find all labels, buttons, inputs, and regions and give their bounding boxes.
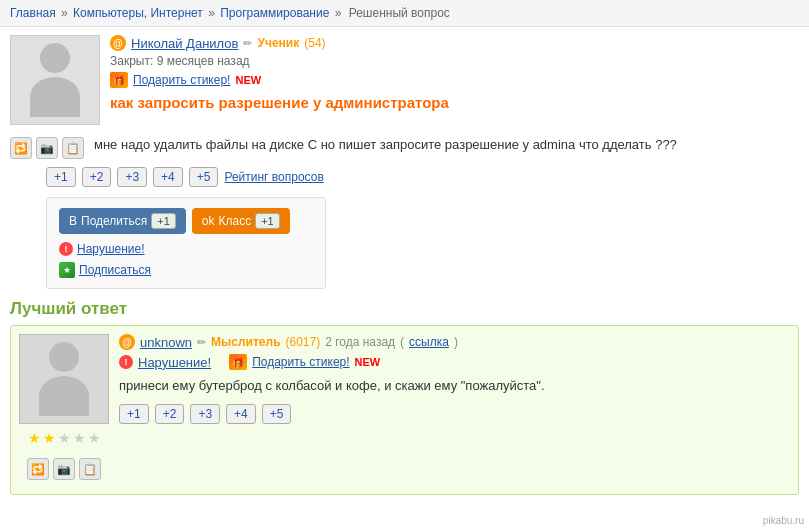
- breadcrumb-computers[interactable]: Компьютеры, Интернет: [73, 6, 203, 20]
- action-icon-1[interactable]: 🔁: [10, 137, 32, 159]
- question-score: (54): [304, 36, 325, 50]
- answer-rank: Мыслитель: [211, 335, 280, 349]
- avatar-head: [40, 43, 70, 73]
- action-icon-3[interactable]: 📋: [62, 137, 84, 159]
- star-5: ★: [88, 430, 101, 446]
- question-block: @ Николай Данилов ✏ Ученик (54) Закрыт: …: [10, 35, 799, 125]
- closed-line: Закрыт: 9 месяцев назад: [110, 54, 799, 68]
- answer-avatar-head: [49, 342, 79, 372]
- violation-icon: !: [59, 242, 73, 256]
- star-4: ★: [73, 430, 86, 446]
- share-button[interactable]: В Поделиться +1: [59, 208, 186, 234]
- breadcrumb-home[interactable]: Главная: [10, 6, 56, 20]
- edit-icon: ✏: [243, 37, 252, 50]
- answer-text: принеси ему бутерброд с колбасой и кофе,…: [119, 376, 790, 396]
- question-user-line: @ Николай Данилов ✏ Ученик (54): [110, 35, 799, 51]
- best-answer-heading: Лучший ответ: [10, 299, 799, 319]
- rating-btn-4[interactable]: +4: [153, 167, 183, 187]
- violation-link[interactable]: Нарушение!: [77, 242, 145, 256]
- new-badge: NEW: [235, 74, 261, 86]
- rating-btn-5[interactable]: +5: [189, 167, 219, 187]
- gift-icon: 🎁: [110, 72, 128, 88]
- question-text: мне надо удалить файлы на диске С но пиш…: [94, 135, 799, 159]
- star-2: ★: [43, 430, 56, 446]
- answer-gift-icon: 🎁: [229, 354, 247, 370]
- answer-rating-btn-1[interactable]: +1: [119, 404, 149, 424]
- answer-username[interactable]: unknown: [140, 335, 192, 350]
- question-text-block: 🔁 📷 📋 мне надо удалить файлы на диске С …: [10, 135, 799, 159]
- answer-rating-btn-5[interactable]: +5: [262, 404, 292, 424]
- answer-gift-link[interactable]: Подарить стикер!: [252, 355, 349, 369]
- answer-rating-line: +1 +2 +3 +4 +5: [119, 404, 790, 424]
- social-buttons: В Поделиться +1 ok Класс +1: [59, 208, 313, 234]
- answer-block: ★ ★ ★ ★ ★ 🔁 📷 📋 @ unknown ✏ Мыслитель (6…: [10, 325, 799, 495]
- answer-ref-link[interactable]: ссылка: [409, 335, 449, 349]
- answer-action-icons: 🔁 📷 📋: [27, 458, 101, 480]
- stars-line: ★ ★ ★ ★ ★: [28, 430, 101, 446]
- star-1: ★: [28, 430, 41, 446]
- question-title: как запросить разрешение у администратор…: [110, 94, 799, 111]
- rating-btn-2[interactable]: +2: [82, 167, 112, 187]
- avatar-body: [30, 77, 80, 117]
- breadcrumb-programming[interactable]: Программирование: [220, 6, 329, 20]
- vk-share-icon: В: [69, 214, 77, 228]
- answer-user-icon: @: [119, 334, 135, 350]
- answer-violation-icon: !: [119, 355, 133, 369]
- answer-rating-btn-4[interactable]: +4: [226, 404, 256, 424]
- social-block: В Поделиться +1 ok Класс +1 ! Нарушение!…: [46, 197, 326, 289]
- answer-violation-gift-line: ! Нарушение! 🎁 Подарить стикер! NEW: [119, 354, 790, 370]
- rating-btn-1[interactable]: +1: [46, 167, 76, 187]
- answer-new-badge: NEW: [355, 356, 381, 368]
- answer-rating-btn-2[interactable]: +2: [155, 404, 185, 424]
- answer-rating-btn-3[interactable]: +3: [190, 404, 220, 424]
- action-icon-2[interactable]: 📷: [36, 137, 58, 159]
- gift-line: 🎁 Подарить стикер! NEW: [110, 72, 799, 88]
- question-rank: Ученик: [257, 36, 299, 50]
- violation-line[interactable]: ! Нарушение!: [59, 242, 313, 256]
- question-avatar: [10, 35, 100, 125]
- answer-user-line: @ unknown ✏ Мыслитель (6017) 2 года наза…: [119, 334, 790, 350]
- answer-icon-1[interactable]: 🔁: [27, 458, 49, 480]
- question-rating-line: +1 +2 +3 +4 +5 Рейтинг вопросов: [10, 167, 799, 187]
- ok-icon: ok: [202, 214, 215, 228]
- rating-link[interactable]: Рейтинг вопросов: [224, 170, 323, 184]
- answer-icon-3[interactable]: 📋: [79, 458, 101, 480]
- breadcrumb-current: Решенный вопрос: [349, 6, 450, 20]
- answer-edit-icon: ✏: [197, 336, 206, 349]
- ok-button[interactable]: ok Класс +1: [192, 208, 290, 234]
- action-icons: 🔁 📷 📋: [10, 135, 84, 159]
- answer-content: @ unknown ✏ Мыслитель (6017) 2 года наза…: [119, 334, 790, 486]
- user-icon: @: [110, 35, 126, 51]
- answer-time: 2 года назад: [325, 335, 395, 349]
- answer-avatar-body: [39, 376, 89, 416]
- breadcrumb: Главная » Компьютеры, Интернет » Програм…: [0, 0, 809, 27]
- gift-link[interactable]: Подарить стикер!: [133, 73, 230, 87]
- subscribe-line: ★ Подписаться: [59, 262, 313, 278]
- answer-icon-2[interactable]: 📷: [53, 458, 75, 480]
- ok-count: +1: [255, 213, 280, 229]
- subscribe-link[interactable]: Подписаться: [79, 263, 151, 277]
- subscribe-icon: ★: [59, 262, 75, 278]
- star-3: ★: [58, 430, 71, 446]
- question-content: @ Николай Данилов ✏ Ученик (54) Закрыт: …: [110, 35, 799, 125]
- answer-violation-link[interactable]: Нарушение!: [138, 355, 211, 370]
- main-container: @ Николай Данилов ✏ Ученик (54) Закрыт: …: [0, 27, 809, 503]
- answer-avatar: [19, 334, 109, 424]
- rating-btn-3[interactable]: +3: [117, 167, 147, 187]
- question-username[interactable]: Николай Данилов: [131, 36, 238, 51]
- answer-score: (6017): [286, 335, 321, 349]
- share-count: +1: [151, 213, 176, 229]
